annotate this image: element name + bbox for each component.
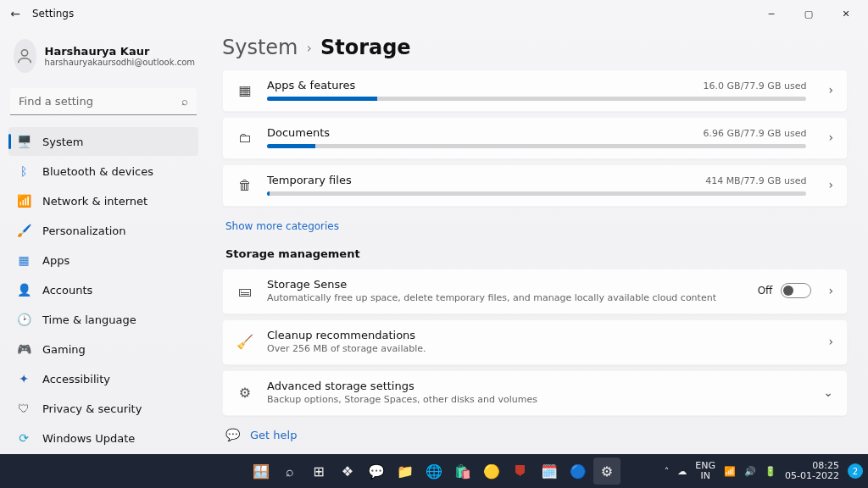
mgmt-card[interactable]: ⚙Advanced storage settingsBackup options… [222,370,848,416]
category-usage: 16.0 GB/77.9 GB used [704,80,807,92]
explorer-icon[interactable]: 📁 [392,458,419,485]
nav-icon: 👤 [17,283,31,297]
taskbar-search-icon[interactable]: ⌕ [276,458,303,485]
nav-label: Bluetooth & devices [42,165,153,178]
breadcrumb: System › Storage [222,36,848,59]
category-usage: 6.96 GB/77.9 GB used [704,128,807,139]
mgmt-card[interactable]: 🧹Cleanup recommendationsOver 256 MB of s… [222,319,848,365]
mgmt-icon: 🖴 [236,282,253,299]
maximize-button[interactable]: ▢ [790,0,827,27]
minimize-button[interactable]: ─ [753,0,790,27]
mgmt-card[interactable]: 🖴Storage SenseAutomatically free up spac… [222,269,848,314]
nav-icon: ✦ [17,372,31,385]
language-indicator[interactable]: ENG IN [695,461,715,481]
mgmt-icon: 🧹 [236,333,253,350]
chat-icon[interactable]: 💬 [363,458,390,485]
sidebar-item-accessibility[interactable]: ✦Accessibility [8,364,198,393]
nav-label: Accessibility [42,373,110,385]
chevron-right-icon: › [820,83,833,97]
edge-icon[interactable]: 🌐 [420,458,448,485]
sidebar-item-gaming[interactable]: 🎮Gaming [8,335,198,363]
task-view-icon[interactable]: ⊞ [305,458,332,485]
category-icon: 🗑 [236,176,253,193]
notification-badge[interactable]: 2 [848,463,863,479]
volume-icon[interactable]: 🔊 [744,466,756,477]
nav-icon: 🕑 [17,313,31,326]
toggle-switch[interactable] [781,283,811,298]
mgmt-subtitle: Backup options, Storage Spaces, other di… [267,394,801,405]
storage-category-card[interactable]: 🗑Temporary files414 MB/77.9 GB used› [222,164,848,207]
svg-point-0 [22,50,28,56]
sidebar-item-apps[interactable]: ▦Apps [8,246,198,274]
avatar-icon [14,39,36,73]
chevron-right-icon: › [820,130,833,144]
app-icon-1[interactable]: 🟡 [478,458,505,485]
sidebar-item-privacy-security[interactable]: 🛡Privacy & security [8,394,198,423]
show-more-link[interactable]: Show more categories [225,220,339,232]
mgmt-subtitle: Automatically free up space, delete temp… [267,292,744,303]
app-icon-2[interactable]: 🗓️ [536,458,563,485]
category-usage: 414 MB/77.9 GB used [705,175,806,186]
profile-block[interactable]: Harshaurya Kaur harshauryakaursodhi@outl… [5,34,202,85]
search-input[interactable] [10,88,197,115]
onedrive-icon[interactable]: ☁ [677,466,687,477]
toggle-label: Off [758,285,773,297]
widgets-icon[interactable]: ❖ [334,458,361,485]
mgmt-title: Advanced storage settings [267,380,801,392]
nav-label: Accounts [42,284,92,297]
start-button[interactable]: 🪟 [248,458,275,485]
sidebar-item-network-internet[interactable]: 📶Network & internet [8,186,198,215]
chevron-icon: › [820,335,833,348]
back-button[interactable]: ← [3,2,27,25]
taskbar: 🪟 ⌕ ⊞ ❖ 💬 📁 🌐 🛍️ 🟡 ⛊ 🗓️ 🔵 ⚙ ˄ ☁ ENG IN 📶… [0,454,868,488]
chevron-right-icon: › [307,40,312,56]
search-icon: ⌕ [181,95,188,108]
get-help-link[interactable]: Get help [250,429,297,441]
nav-label: Network & internet [42,195,147,208]
breadcrumb-current: Storage [320,36,411,59]
close-button[interactable]: ✕ [827,0,865,27]
nav-label: Time & language [42,313,136,326]
nav-icon: ⟳ [17,431,31,445]
battery-icon[interactable]: 🔋 [765,466,776,477]
store-icon[interactable]: 🛍️ [449,458,476,485]
chrome-icon[interactable]: 🔵 [565,458,592,485]
usage-bar [267,97,806,101]
sidebar-item-personalization[interactable]: 🖌️Personalization [8,216,198,245]
mcafee-icon[interactable]: ⛊ [507,458,534,485]
tray-chevron-icon[interactable]: ˄ [665,466,670,477]
nav-label: Gaming [42,343,86,356]
search-box[interactable]: ⌕ [10,88,197,115]
window-title: Settings [32,8,74,19]
usage-bar [267,144,806,148]
sidebar-item-accounts[interactable]: 👤Accounts [8,275,198,304]
category-title: Documents [267,126,330,139]
chevron-icon: ⌄ [815,385,833,399]
clock[interactable]: 08:25 05-01-2022 [785,461,839,481]
usage-bar [267,191,806,196]
sidebar-item-time-language[interactable]: 🕑Time & language [8,305,198,334]
mgmt-icon: ⚙ [236,384,253,401]
wifi-icon[interactable]: 📶 [724,466,736,477]
nav-icon: 🛡 [17,402,31,415]
mgmt-title: Cleanup recommendations [267,329,806,341]
nav-icon: ᛒ [17,164,31,178]
nav-label: Personalization [42,225,126,237]
storage-category-card[interactable]: ▦Apps & features16.0 GB/77.9 GB used› [222,69,848,112]
category-title: Temporary files [267,174,352,186]
breadcrumb-parent[interactable]: System [222,36,298,59]
nav-label: Apps [42,254,70,267]
sidebar-item-system[interactable]: 🖥️System [8,127,198,156]
chevron-right-icon: › [820,284,833,297]
mgmt-subtitle: Over 256 MB of storage available. [267,343,806,354]
sidebar-item-bluetooth-devices[interactable]: ᛒBluetooth & devices [8,157,198,186]
section-header: Storage management [225,247,844,260]
sidebar-item-windows-update[interactable]: ⟳Windows Update [8,424,198,452]
settings-taskbar-icon[interactable]: ⚙ [593,458,620,485]
nav-icon: 📶 [17,194,31,208]
profile-email: harshauryakaursodhi@outlook.com [45,58,195,67]
nav-icon: 🖌️ [17,224,31,237]
storage-category-card[interactable]: 🗀Documents6.96 GB/77.9 GB used› [222,117,848,159]
profile-name: Harshaurya Kaur [45,45,195,58]
category-icon: 🗀 [236,129,253,146]
